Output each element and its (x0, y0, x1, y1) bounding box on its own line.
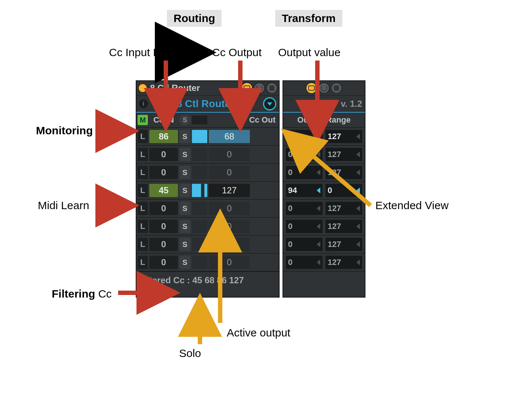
reload-icon[interactable] (254, 83, 265, 93)
routing-row: L0S0 (136, 164, 279, 182)
learn-button[interactable]: L (138, 130, 148, 143)
callout-output-value: Output value (278, 46, 340, 59)
cc-out-value[interactable]: 0 (209, 166, 250, 179)
cc-in-value[interactable]: 0 (149, 148, 178, 161)
active-output-indicator[interactable] (192, 202, 207, 215)
cc-out-value[interactable]: 0 (209, 256, 250, 269)
save-icon[interactable] (331, 83, 342, 93)
learn-button[interactable]: L (138, 256, 148, 269)
learn-button[interactable]: L (138, 184, 148, 197)
section-chip-routing: Routing (167, 10, 222, 27)
active-output-indicator[interactable] (192, 238, 207, 251)
range-hi[interactable]: 127 (325, 220, 362, 233)
cc-in-value[interactable]: 0 (149, 166, 178, 179)
range-lo[interactable]: 0 (286, 166, 323, 179)
range-hi[interactable]: 127 (325, 238, 362, 251)
header-solo-icon: S (179, 114, 190, 125)
range-lo[interactable]: 0 (286, 238, 323, 251)
range-row: 940 (283, 182, 365, 200)
reload-icon[interactable] (319, 83, 329, 93)
range-lo[interactable]: 0 (286, 130, 323, 143)
cc-out-value[interactable]: 127 (209, 184, 250, 197)
range-lo[interactable]: 0 (286, 148, 323, 161)
range-lo[interactable]: 0 (286, 202, 323, 215)
titlebar: 8 Ctl Router (136, 81, 279, 95)
solo-button[interactable]: S (179, 202, 190, 215)
range-hi[interactable]: 127 (325, 256, 362, 269)
patch-icon[interactable] (306, 83, 317, 93)
cc-in-value[interactable]: 0 (149, 238, 178, 251)
cc-out-value[interactable]: 0 (209, 148, 250, 161)
solo-button[interactable]: S (179, 148, 190, 161)
range-row: 0127 (283, 218, 365, 236)
learn-button[interactable]: L (138, 220, 148, 233)
solo-button[interactable]: S (179, 130, 190, 143)
range-row: 0127 (283, 128, 365, 146)
solo-button[interactable]: S (179, 256, 190, 269)
range-hi[interactable]: 127 (325, 166, 362, 179)
routing-row: L0S0 (136, 200, 279, 218)
section-chip-transform: Transform (275, 10, 342, 27)
version-label: v. 1.2 (341, 99, 362, 109)
cc-in-value[interactable]: 0 (149, 202, 178, 215)
patch-icon[interactable] (242, 83, 252, 93)
active-output-indicator[interactable] (192, 256, 207, 269)
solo-button[interactable]: S (179, 166, 190, 179)
active-output-indicator[interactable] (192, 184, 207, 197)
cc-out-value[interactable]: 0 (209, 202, 250, 215)
solo-button[interactable]: S (179, 220, 190, 233)
active-output-indicator[interactable] (192, 220, 207, 233)
active-output-indicator[interactable] (192, 166, 207, 179)
range-row: 0127 (283, 254, 365, 272)
device-activator[interactable] (138, 84, 147, 92)
ctl-router-panel: 8 Ctl Router i 8 Ctl Router M Cc IN S Cc… (136, 80, 280, 298)
callout-solo: Solo (179, 347, 201, 360)
range-hi[interactable]: 127 (325, 130, 362, 143)
range-row: 0127 (283, 146, 365, 164)
learn-button[interactable]: L (138, 202, 148, 215)
solo-button[interactable]: S (179, 184, 190, 197)
range-row: 0127 (283, 200, 365, 218)
cc-in-value[interactable]: 45 (149, 184, 178, 197)
header-indicator (192, 116, 207, 124)
callout-extended-view: Extended View (375, 199, 449, 212)
range-row: 0127 (283, 164, 365, 182)
device-title: 8 Ctl Router (150, 83, 200, 93)
router-subtitle: 8 Ctl Router (148, 98, 263, 110)
callout-cc-input-nb: Cc Input Nb (109, 46, 167, 59)
cc-out-value[interactable]: 0 (209, 220, 250, 233)
range-hi[interactable]: 0 (325, 184, 362, 197)
learn-button[interactable]: L (138, 166, 148, 179)
learn-button[interactable]: L (138, 148, 148, 161)
active-output-indicator[interactable] (192, 130, 207, 143)
learn-button[interactable]: L (138, 238, 148, 251)
header-output-range: Output Range (297, 115, 350, 125)
subheader: i 8 Ctl Router (136, 95, 279, 113)
header-cc-out: Cc Out (209, 115, 278, 125)
callout-filtering: Filtering Cc (52, 288, 112, 300)
cc-in-value[interactable]: 86 (149, 130, 178, 143)
cc-in-value[interactable]: 0 (149, 220, 178, 233)
range-hi[interactable]: 127 (325, 148, 362, 161)
cc-in-value[interactable]: 0 (149, 256, 178, 269)
cc-out-value[interactable]: 0 (209, 238, 250, 251)
range-lo[interactable]: 94 (286, 184, 323, 197)
info-icon[interactable]: i (139, 99, 148, 108)
routing-row: L0S0 (136, 218, 279, 236)
cc-out-value[interactable]: 68 (209, 130, 250, 143)
active-output-indicator[interactable] (192, 148, 207, 161)
range-lo[interactable]: 0 (286, 256, 323, 269)
range-hi[interactable]: 127 (325, 202, 362, 215)
expand-toggle[interactable] (263, 97, 276, 110)
routing-row: L0S0 (136, 254, 279, 272)
range-lo[interactable]: 0 (286, 220, 323, 233)
save-icon[interactable] (267, 83, 277, 93)
range-row: 0127 (283, 236, 365, 254)
output-range-panel: v. 1.2 Output Range 01270127012794001270… (283, 80, 365, 298)
solo-button[interactable]: S (179, 238, 190, 251)
routing-row: L0S0 (136, 146, 279, 164)
callout-midi-learn: Midi Learn (38, 199, 89, 212)
routing-row: L0S0 (136, 236, 279, 254)
column-header-row: M Cc IN S Cc Out (136, 113, 279, 128)
monitor-toggle[interactable]: M (138, 115, 148, 125)
